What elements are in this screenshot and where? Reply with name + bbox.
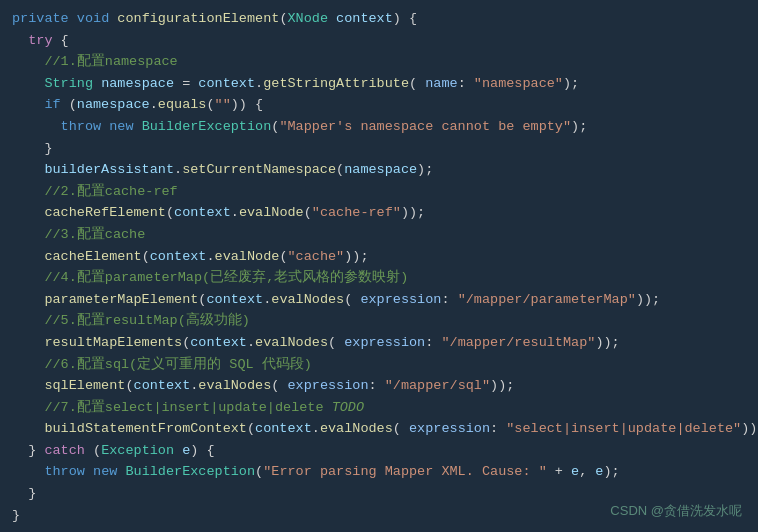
code-line-17: //6.配置sql(定义可重用的 SQL 代码段) xyxy=(0,354,758,376)
code-line-7: } xyxy=(0,138,758,160)
code-line-6: throw new BuilderException("Mapper's nam… xyxy=(0,116,758,138)
code-line-16: resultMapElements(context.evalNodes( exp… xyxy=(0,332,758,354)
code-line-9: //2.配置cache-ref xyxy=(0,181,758,203)
code-line-8: builderAssistant.setCurrentNamespace(nam… xyxy=(0,159,758,181)
code-line-18: sqlElement(context.evalNodes( expression… xyxy=(0,375,758,397)
code-line-10: cacheRefElement(context.evalNode("cache-… xyxy=(0,202,758,224)
code-block: private void configurationElement(XNode … xyxy=(0,0,758,532)
code-line-15: //5.配置resultMap(高级功能) xyxy=(0,310,758,332)
code-line-1: private void configurationElement(XNode … xyxy=(0,8,758,30)
code-line-3: //1.配置namespace xyxy=(0,51,758,73)
code-line-5: if (namespace.equals("")) { xyxy=(0,94,758,116)
code-line-13: //4.配置parameterMap(已经废弃,老式风格的参数映射) xyxy=(0,267,758,289)
code-line-20: buildStatementFromContext(context.evalNo… xyxy=(0,418,758,440)
code-line-4: String namespace = context.getStringAttr… xyxy=(0,73,758,95)
code-line-2: try { xyxy=(0,30,758,52)
code-line-11: //3.配置cache xyxy=(0,224,758,246)
code-line-19: //7.配置select|insert|update|delete TODO xyxy=(0,397,758,419)
code-line-22: throw new BuilderException("Error parsin… xyxy=(0,461,758,483)
code-line-21: } catch (Exception e) { xyxy=(0,440,758,462)
code-line-14: parameterMapElement(context.evalNodes( e… xyxy=(0,289,758,311)
watermark: CSDN @贪借洗发水呢 xyxy=(610,501,742,522)
code-line-12: cacheElement(context.evalNode("cache")); xyxy=(0,246,758,268)
